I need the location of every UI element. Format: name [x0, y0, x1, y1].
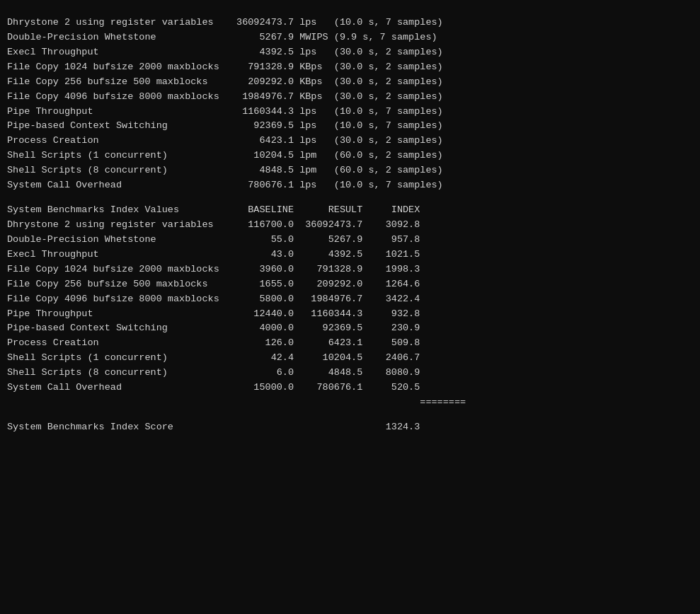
benchmark-row: Dhrystone 2 using register variables 360… [7, 16, 693, 30]
benchmark-row: System Call Overhead 780676.1 lps (10.0 … [7, 178, 693, 193]
index-row: File Copy 256 bufsize 500 maxblocks 1655… [7, 277, 693, 292]
score-line: System Benchmarks Index Score 1324.3 [7, 420, 693, 435]
benchmark-row: Double-Precision Whetstone 5267.9 MWIPS … [7, 30, 693, 45]
benchmarks-list: Dhrystone 2 using register variables 360… [7, 16, 693, 193]
benchmark-row: File Copy 256 bufsize 500 maxblocks 2092… [7, 75, 693, 90]
index-section: System Benchmarks Index Values BASELINE … [7, 203, 693, 410]
benchmark-row: Process Creation 6423.1 lps (30.0 s, 2 s… [7, 134, 693, 149]
terminal-output: Dhrystone 2 using register variables 360… [7, 6, 693, 435]
equals-line: ======== [7, 395, 693, 410]
index-row: Double-Precision Whetstone 55.0 5267.9 9… [7, 233, 693, 248]
index-row: File Copy 1024 bufsize 2000 maxblocks 39… [7, 262, 693, 277]
benchmark-row: Shell Scripts (1 concurrent) 10204.5 lpm… [7, 149, 693, 163]
index-row: File Copy 4096 bufsize 8000 maxblocks 58… [7, 292, 693, 307]
index-row: Pipe-based Context Switching 4000.0 9236… [7, 321, 693, 336]
index-row: Process Creation 126.0 6423.1 509.8 [7, 336, 693, 351]
benchmark-row: File Copy 1024 bufsize 2000 maxblocks 79… [7, 60, 693, 75]
benchmark-row: Pipe Throughput 1160344.3 lps (10.0 s, 7… [7, 105, 693, 120]
benchmark-row: Shell Scripts (8 concurrent) 4848.5 lpm … [7, 163, 693, 178]
benchmark-row: Execl Throughput 4392.5 lps (30.0 s, 2 s… [7, 45, 693, 60]
index-header: System Benchmarks Index Values BASELINE … [7, 203, 693, 218]
index-row: Shell Scripts (8 concurrent) 6.0 4848.5 … [7, 366, 693, 381]
index-row: Shell Scripts (1 concurrent) 42.4 10204.… [7, 351, 693, 366]
benchmark-row: Pipe-based Context Switching 92369.5 lps… [7, 119, 693, 134]
index-row: Dhrystone 2 using register variables 116… [7, 218, 693, 233]
index-row: Pipe Throughput 12440.0 1160344.3 932.8 [7, 307, 693, 322]
index-row: System Call Overhead 15000.0 780676.1 52… [7, 381, 693, 395]
index-row: Execl Throughput 43.0 4392.5 1021.5 [7, 248, 693, 262]
benchmark-row: File Copy 4096 bufsize 8000 maxblocks 19… [7, 90, 693, 105]
